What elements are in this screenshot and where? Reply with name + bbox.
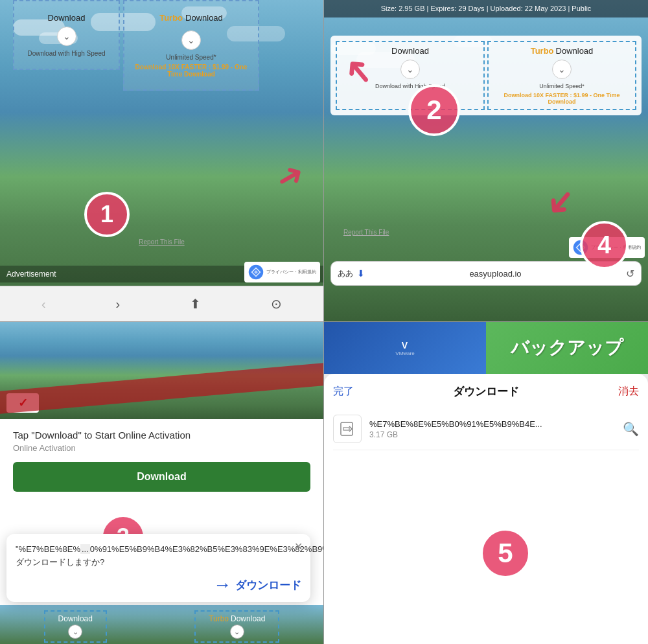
step-circle-4: 4 <box>580 221 629 270</box>
download-box-right: Turbo Download ⌄ Unlimited Speed* Downlo… <box>123 0 259 91</box>
reload-icon[interactable]: ↺ <box>626 268 634 280</box>
vmware-left: V VMware <box>324 322 486 374</box>
unlimited-sub: Unlimited Speed* <box>166 54 216 61</box>
recaptcha-text: プライバシー・利用規約 <box>266 269 316 275</box>
bottom-turbo-lbl: Turbo <box>209 614 229 623</box>
step-circle-1: 1 <box>84 192 130 237</box>
turbo-title-q2: Turbo Download <box>531 46 594 60</box>
report-link-q2[interactable]: Report This File <box>343 229 389 236</box>
bottom-download-box: Download ⌄ <box>44 610 107 643</box>
turbo-dl-lbl-q2: Download <box>556 46 594 56</box>
bottom-chevron-right[interactable]: ⌄ <box>230 625 244 639</box>
report-link[interactable]: Report This File <box>139 238 184 246</box>
download-dialog: ✕ "%E7%BE%8E%...0%91%E5%B9%B4%E3%82%B5%E… <box>6 534 310 602</box>
turbo-title-row: Turbo Download <box>159 13 223 27</box>
panel-title: ダウンロード <box>453 384 519 399</box>
bottom-chevron-left[interactable]: ⌄ <box>68 625 82 639</box>
download-card-left: Download ⌄ Download with High Speed <box>18 6 115 63</box>
download-chevron[interactable]: ⌄ <box>57 27 76 46</box>
svg-rect-3 <box>343 428 349 430</box>
step-circle-5: 5 <box>480 527 531 579</box>
recaptcha-icon <box>248 264 264 280</box>
vmware-logo-area: V VMware <box>395 340 414 356</box>
nav-compass-icon[interactable]: ⊙ <box>271 296 282 312</box>
download-label-q2: Download <box>391 46 429 56</box>
svg-rect-2 <box>341 422 353 435</box>
recaptcha-badge: プライバシー・利用規約 <box>244 262 320 282</box>
download-button-q3[interactable]: Download <box>13 462 310 492</box>
turbo-chevron[interactable]: ⌄ <box>181 30 201 50</box>
download-title: Download <box>48 13 86 23</box>
bottom-turbo-dl-lbl: Download <box>231 614 265 623</box>
report-link-q2-container: Report This File <box>343 225 389 237</box>
chevron-q2-right[interactable]: ⌄ <box>552 60 572 79</box>
vmware-backup-text: バックアップ <box>511 336 623 360</box>
file-search-icon[interactable]: 🔍 <box>623 421 639 437</box>
url-domain[interactable]: easyupload.io <box>369 269 622 279</box>
vmware-logo-text: V <box>402 340 408 351</box>
dialog-close[interactable]: ✕ <box>294 540 303 553</box>
bottom-turbo-title-row: Turbo Download <box>209 614 265 623</box>
dialog-actions: → ダウンロード <box>16 575 301 595</box>
video-file-icon <box>340 421 355 437</box>
unlimited-q2: Unlimited Speed* <box>539 83 584 89</box>
dialog-arrow-icon: → <box>213 575 231 595</box>
download-item: %E7%BE%8E%E5%B0%91%E5%B9%B4E... 3.17 GB … <box>333 408 639 450</box>
quadrant-1: Download ⌄ Download with High Speed Turb… <box>0 0 324 322</box>
activation-title: Tap "Download" to Start Online Activatio… <box>13 430 310 441</box>
panel-clear-btn[interactable]: 消去 <box>618 385 639 398</box>
vmware-right: バックアップ <box>486 322 648 374</box>
dialog-download-btn[interactable]: ダウンロード <box>235 578 301 593</box>
chevron-q2-left[interactable]: ⌄ <box>400 60 420 79</box>
download-sub: Download with High Speed <box>27 50 105 57</box>
turbo-card: Turbo Download ⌄ Unlimited Speed* Downlo… <box>128 6 254 84</box>
file-name: %E7%BE%8E%E5%B0%91%E5%B9%B4E... <box>369 419 615 429</box>
activation-sub: Online Activation <box>13 443 310 453</box>
dialog-ellipsis: ... <box>80 544 90 554</box>
bottom-dl-title: Download <box>58 614 93 623</box>
aa-text: ああ <box>338 268 353 279</box>
promo-text: Download 10X FASTER : $1.99 - One Time D… <box>133 63 249 78</box>
web-content-area: ✓ <box>0 322 323 419</box>
turbo-lbl-q2: Turbo <box>531 46 554 56</box>
browser-nav-q1: ‹ › ⬆︎ ⊙ <box>0 286 323 321</box>
download-panel-q4: 完了 ダウンロード 消去 %E7%BE%8E%E5%B0%91%E5%B9%B4… <box>324 374 648 644</box>
step-circle-2: 2 <box>408 84 460 136</box>
turbo-download-label: Download <box>185 13 223 23</box>
file-info: %E7%BE%8E%E5%B0%91%E5%B9%B4E... 3.17 GB <box>369 419 615 439</box>
turbo-col-right: Turbo Download ⌄ Unlimited Speed* Downlo… <box>487 41 636 110</box>
promo-q2: Download 10X FASTER : $1.99 - One Time D… <box>491 92 632 105</box>
panel-header: 完了 ダウンロード 消去 <box>333 384 639 399</box>
bottom-turbo-box: Turbo Download ⌄ <box>194 610 279 643</box>
dialog-text: "%E7%BE%8E%...0%91%E5%B9%B4%E3%82%B5%E3%… <box>16 543 301 568</box>
file-size: 3.17 GB <box>369 430 615 439</box>
report-link-container: Report This File <box>139 235 184 247</box>
turbo-label: Turbo <box>159 13 183 23</box>
panel-done-btn[interactable]: 完了 <box>333 385 354 398</box>
quadrant-2: Size: 2.95 GB | Expires: 29 Days | Uploa… <box>324 0 648 322</box>
nav-forward-icon[interactable]: › <box>116 297 121 312</box>
info-bar: Size: 2.95 GB | Expires: 29 Days | Uploa… <box>324 0 648 17</box>
ad-text: Advertisement <box>6 270 56 279</box>
nav-back-icon[interactable]: ‹ <box>41 297 46 312</box>
download-indicator-icon: ⬇ <box>357 268 365 279</box>
quadrant-4: V VMware バックアップ 完了 ダウンロード 消去 %E7%BE <box>324 322 648 644</box>
vmware-ad: V VMware バックアップ <box>324 322 648 374</box>
vmware-brand: VMware <box>395 351 414 356</box>
download-box-left: Download ⌄ Download with High Speed <box>13 0 120 70</box>
nav-share-icon[interactable]: ⬆︎ <box>190 296 201 312</box>
quadrant-3: ✓ Tap "Download" to Start Online Activat… <box>0 322 324 644</box>
q3-bottom-bar: Download ⌄ Turbo Download ⌄ <box>0 605 323 644</box>
file-icon-box <box>333 415 362 443</box>
info-text: Size: 2.95 GB | Expires: 29 Days | Uploa… <box>381 5 592 12</box>
